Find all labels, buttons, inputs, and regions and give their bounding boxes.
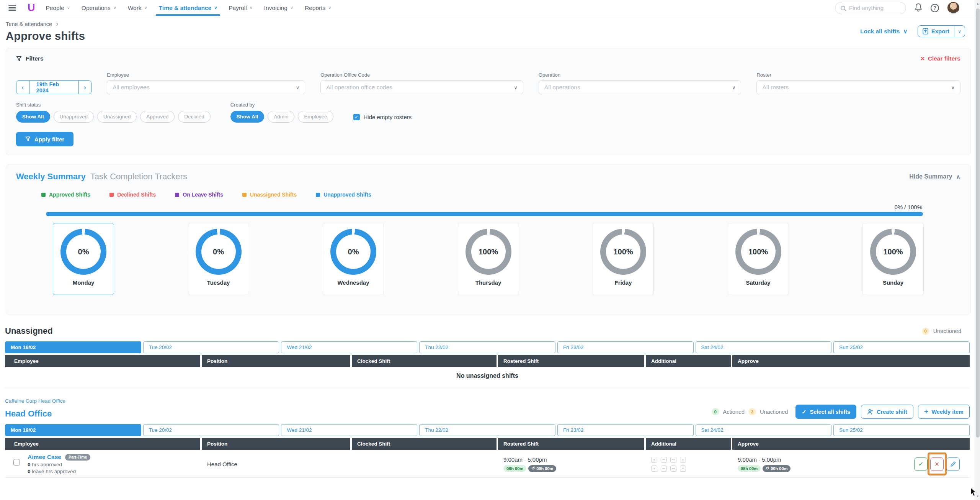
lock-icon[interactable] (680, 466, 686, 472)
nav-operations[interactable]: Operations∨ (82, 0, 116, 16)
breadcrumb[interactable]: Time & attendance › (6, 20, 85, 28)
shift-status-unassigned[interactable]: Unassigned (97, 111, 137, 123)
tab-thu[interactable]: Thu 22/02 (419, 341, 555, 353)
notifications-bell-icon[interactable] (915, 3, 922, 13)
clock-icon[interactable] (651, 466, 657, 472)
clear-filters-button[interactable]: × Clear filters (921, 54, 960, 63)
position-cell: Head Office (202, 461, 350, 467)
approve-shift-button[interactable]: ✓ (914, 457, 928, 471)
create-shift-button[interactable]: Create shift (861, 405, 913, 419)
head-office-section: Caffeine Corp Head Office Head Office 0 … (5, 398, 970, 478)
swap-icon[interactable] (670, 466, 676, 472)
date-value[interactable]: 19th Feb 2024 (29, 81, 79, 94)
export-dropdown-button[interactable]: ∨ (954, 26, 965, 37)
close-icon: × (935, 460, 939, 469)
tab-mon[interactable]: Mon 19/02 (5, 341, 141, 353)
created-by-label: Created by (230, 102, 333, 108)
nav-invoicing[interactable]: Invoicing∨ (264, 0, 293, 16)
tab-tue[interactable]: Tue 20/02 (143, 424, 279, 436)
approve-break-badge: ↺00h 00m (763, 465, 791, 472)
shift-status-label: Shift status (16, 102, 211, 108)
nav-time-attendance[interactable]: Time & attendance∨ (159, 0, 217, 16)
unassigned-title: Unassigned (5, 326, 53, 336)
scroll-up-icon[interactable]: ▲ (975, 2, 980, 5)
weekly-item-button[interactable]: + Weekly item (918, 405, 970, 419)
created-by-admin[interactable]: Admin (268, 111, 294, 123)
hide-summary-button[interactable]: Hide Summary ∧ (909, 173, 960, 180)
note-icon[interactable] (670, 457, 676, 463)
tab-wed[interactable]: Wed 21/02 (281, 424, 417, 436)
app-logo[interactable]: U (28, 2, 35, 14)
nav-reports[interactable]: Reports∨ (305, 0, 331, 16)
day-card-wednesday[interactable]: 0%Wednesday (323, 223, 384, 295)
nav-payroll[interactable]: Payroll∨ (229, 0, 252, 16)
tab-sat[interactable]: Sat 24/02 (696, 424, 832, 436)
operation-select[interactable]: All operations ∨ (539, 80, 742, 94)
next-day-button[interactable]: › (79, 81, 91, 94)
shift-status-show-all[interactable]: Show All (16, 111, 50, 123)
comment-icon[interactable] (661, 457, 667, 463)
tab-mon[interactable]: Mon 19/02 (5, 424, 141, 436)
filters-panel: Filters × Clear filters ‹ 19th Feb 2024 … (6, 48, 971, 155)
nav-work[interactable]: Work∨ (128, 0, 147, 16)
tab-fri[interactable]: Fri 23/02 (557, 341, 694, 353)
lock-all-shifts-button[interactable]: Lock all shifts ∨ (860, 28, 908, 35)
refresh-icon: ↺ (531, 466, 535, 471)
shift-status-approved[interactable]: Approved (140, 111, 175, 123)
edit-shift-button[interactable] (946, 457, 960, 471)
shift-status-declined[interactable]: Declined (178, 111, 211, 123)
hamburger-menu-icon[interactable] (8, 5, 16, 11)
export-icon (923, 28, 928, 34)
apply-filter-button[interactable]: Apply filter (16, 132, 74, 146)
roster-title[interactable]: Head Office (5, 409, 52, 419)
tab-wed[interactable]: Wed 21/02 (281, 341, 417, 353)
employee-select[interactable]: All employees ∨ (107, 80, 305, 94)
unassigned-week-tabs: Mon 19/02 Tue 20/02 Wed 21/02 Thu 22/02 … (5, 341, 970, 353)
scrollbar-thumb[interactable] (976, 8, 980, 438)
help-icon[interactable]: ? (931, 4, 939, 12)
pay-icon[interactable] (661, 466, 667, 472)
legend-unassigned: Unassigned Shifts (242, 192, 297, 198)
tab-thu[interactable]: Thu 22/02 (419, 424, 555, 436)
nav-people[interactable]: People∨ (46, 0, 70, 16)
plus-icon: + (924, 408, 928, 416)
actioned-count-badge: 0 (712, 408, 719, 415)
main-nav: People∨ Operations∨ Work∨ Time & attenda… (46, 0, 332, 16)
export-split-button: Export ∨ (918, 25, 965, 37)
day-card-thursday[interactable]: 100%Thursday (458, 223, 519, 295)
created-by-employee[interactable]: Employee (298, 111, 333, 123)
operation-office-code-select[interactable]: All operation office codes ∨ (320, 80, 523, 94)
chevron-down-icon: ∨ (214, 5, 217, 10)
export-button[interactable]: Export (918, 26, 954, 37)
decline-shift-button[interactable]: × (930, 457, 944, 471)
day-card-monday[interactable]: 0%Monday (53, 223, 114, 295)
org-breadcrumb[interactable]: Caffeine Corp Head Office (5, 398, 970, 404)
tab-tue[interactable]: Tue 20/02 (143, 341, 279, 353)
hide-empty-rosters-checkbox[interactable]: ✓ Hide empty rosters (353, 114, 412, 120)
photo-icon[interactable] (651, 457, 657, 463)
tab-sun[interactable]: Sun 25/02 (833, 341, 970, 353)
roster-select[interactable]: All rosters ∨ (756, 80, 960, 94)
mobile-icon[interactable] (680, 457, 686, 463)
prev-day-button[interactable]: ‹ (16, 81, 29, 94)
user-avatar[interactable] (947, 2, 959, 14)
tab-sat[interactable]: Sat 24/02 (696, 341, 832, 353)
chevron-down-icon: ∨ (328, 5, 331, 10)
select-all-shifts-button[interactable]: ✓ Select all shifts (795, 405, 856, 419)
table-row: Aimee Case Part-Time 0 hrs approved 0 le… (5, 451, 970, 478)
shift-status-unapproved[interactable]: Unapproved (54, 111, 94, 123)
legend-on-leave: On Leave Shifts (175, 192, 223, 198)
page-scrollbar[interactable]: ▲ ▼ (975, 0, 980, 500)
top-navbar: U People∨ Operations∨ Work∨ Time & atten… (0, 0, 975, 16)
row-checkbox[interactable] (13, 459, 20, 466)
chevron-down-icon: ∨ (67, 5, 70, 10)
tab-sun[interactable]: Sun 25/02 (833, 424, 970, 436)
created-by-show-all[interactable]: Show All (230, 111, 265, 123)
employee-name-link[interactable]: Aimee Case (28, 454, 61, 461)
day-card-friday[interactable]: 100%Friday (593, 223, 654, 295)
search-input[interactable]: Find anything (835, 2, 906, 14)
day-card-tuesday[interactable]: 0%Tuesday (188, 223, 249, 295)
tab-fri[interactable]: Fri 23/02 (557, 424, 694, 436)
day-card-saturday[interactable]: 100%Saturday (728, 223, 789, 295)
day-card-sunday[interactable]: 100%Sunday (862, 223, 924, 295)
